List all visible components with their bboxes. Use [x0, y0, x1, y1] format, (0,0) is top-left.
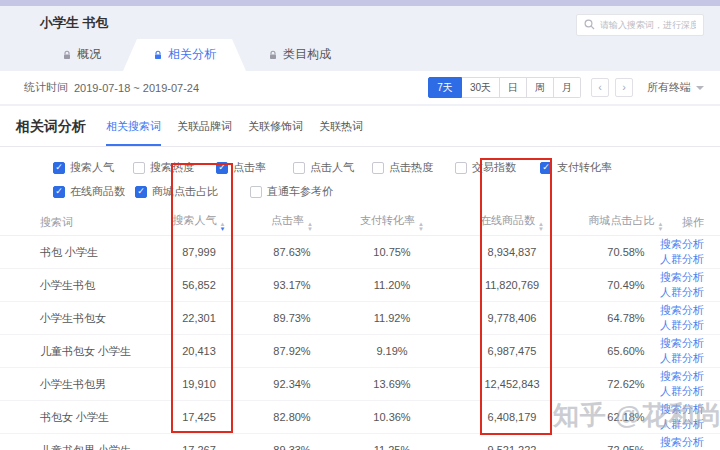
- table-row: 儿童书包男 小学生17,26789.33%11.25%9,521,22272.0…: [0, 434, 720, 450]
- table-row: 儿童书包女 小学生20,41387.92%9.19%6,987,47565.60…: [0, 335, 720, 368]
- range-button-3[interactable]: 周: [527, 77, 554, 98]
- metric-checkbox-item[interactable]: 直通车参考价: [250, 184, 704, 199]
- action-link-0[interactable]: 搜索分析: [660, 237, 704, 252]
- column-header-label: 商城点击占比: [589, 214, 655, 226]
- metric-checkbox-item[interactable]: ✓支付转化率: [540, 160, 704, 175]
- section-tab-3[interactable]: 关联热词: [319, 119, 363, 146]
- cell-mall_click_share: 70.49%: [582, 279, 670, 291]
- cell-search_popularity: 87,999: [156, 246, 242, 258]
- metric-filter-row-1: ✓搜索人气搜索热度✓点击率点击人气点击热度交易指数✓支付转化率: [53, 160, 704, 175]
- column-header-5[interactable]: 商城点击占比▲▼: [582, 213, 670, 232]
- column-header-3[interactable]: 支付转化率▲▼: [342, 213, 442, 232]
- action-link-0[interactable]: 搜索分析: [660, 336, 704, 351]
- metric-checkbox-item[interactable]: 点击热度: [372, 160, 455, 175]
- checkbox-icon[interactable]: [455, 162, 467, 174]
- action-link-1[interactable]: 人群分析: [660, 351, 704, 366]
- metric-checkbox-item[interactable]: 搜索热度: [133, 160, 216, 175]
- search-icon: [584, 16, 595, 34]
- toolbar: 统计时间 2019-07-18 ~ 2019-07-24 7天30天日周月 ‹ …: [0, 71, 720, 104]
- cell-mall_click_share: 62.18%: [582, 411, 670, 423]
- checkbox-icon[interactable]: ✓: [53, 186, 65, 198]
- sort-icon[interactable]: ▲▼: [538, 222, 544, 232]
- action-link-1[interactable]: 人群分析: [660, 252, 704, 267]
- metric-checkbox-label: 搜索人气: [70, 160, 114, 175]
- cell-ctr: 87.92%: [242, 345, 342, 357]
- range-button-2[interactable]: 日: [500, 77, 527, 98]
- prev-period-button[interactable]: ‹: [591, 78, 609, 97]
- sort-icon[interactable]: ▲▼: [307, 222, 313, 232]
- metric-checkbox-label: 交易指数: [472, 160, 516, 175]
- keyword-search-box[interactable]: [576, 14, 704, 36]
- action-link-1[interactable]: 人群分析: [660, 384, 704, 399]
- action-link-0[interactable]: 搜索分析: [660, 303, 704, 318]
- checkbox-icon[interactable]: [250, 186, 262, 198]
- sort-icon[interactable]: ▲▼: [220, 222, 226, 232]
- metric-checkbox-label: 直通车参考价: [267, 184, 333, 199]
- action-link-0[interactable]: 搜索分析: [660, 435, 704, 450]
- checkbox-icon[interactable]: ✓: [216, 162, 228, 174]
- section-tab-2[interactable]: 关联修饰词: [248, 119, 303, 146]
- date-range-buttons: 7天30天日周月: [428, 77, 581, 98]
- cell-mall_click_share: 64.78%: [582, 312, 670, 324]
- sort-icon[interactable]: ▲▼: [658, 222, 664, 232]
- action-link-0[interactable]: 搜索分析: [660, 270, 704, 285]
- checkbox-icon[interactable]: ✓: [135, 186, 147, 198]
- action-link-0[interactable]: 搜索分析: [660, 369, 704, 384]
- range-button-0[interactable]: 7天: [428, 77, 462, 98]
- main-panel: 相关词分析 相关搜索词关联品牌词关联修饰词关联热词 ✓搜索人气搜索热度✓点击率点…: [0, 106, 720, 450]
- column-header-label: 搜索人气: [173, 214, 217, 226]
- metric-checkbox-item[interactable]: 点击人气: [293, 160, 372, 175]
- cell-keyword: 小学生书包: [16, 278, 156, 293]
- section-tab-0[interactable]: 相关搜索词: [106, 119, 161, 146]
- metric-filter-row-2: ✓在线商品数✓商城点击占比直通车参考价: [53, 184, 704, 199]
- range-button-4[interactable]: 月: [554, 77, 581, 98]
- metric-checkbox-label: 支付转化率: [557, 160, 612, 175]
- sort-icon[interactable]: ▲▼: [418, 222, 424, 232]
- cell-keyword: 儿童书包女 小学生: [16, 344, 156, 359]
- header-tab-2[interactable]: 类目构成: [246, 39, 353, 71]
- action-link-0[interactable]: 搜索分析: [660, 402, 704, 417]
- table-row: 小学生书包56,85293.17%11.20%11,820,76970.49%搜…: [0, 269, 720, 302]
- header-tab-1[interactable]: 相关分析: [123, 39, 246, 71]
- action-link-1[interactable]: 人群分析: [660, 318, 704, 333]
- cell-ctr: 89.73%: [242, 312, 342, 324]
- table-row: 书包 小学生87,99987.63%10.75%8,934,83770.58%搜…: [0, 236, 720, 269]
- action-link-1[interactable]: 人群分析: [660, 417, 704, 432]
- metric-checkbox-item[interactable]: ✓商城点击占比: [135, 184, 250, 199]
- terminal-dropdown[interactable]: 所有终端: [647, 80, 704, 95]
- row-actions: 搜索分析人群分析: [670, 237, 704, 267]
- checkbox-icon[interactable]: ✓: [540, 162, 552, 174]
- checkbox-icon[interactable]: ✓: [53, 162, 65, 174]
- column-header-6: 操作: [670, 215, 704, 230]
- cell-search_popularity: 56,852: [156, 279, 242, 291]
- table-header: 搜索词搜索人气▲▼点击率▲▼支付转化率▲▼在线商品数▲▼商城点击占比▲▼操作: [0, 209, 720, 236]
- stat-time-label: 统计时间: [24, 80, 68, 95]
- checkbox-icon[interactable]: [293, 162, 305, 174]
- metric-checkbox-item[interactable]: 交易指数: [455, 160, 540, 175]
- section-tab-1[interactable]: 关联品牌词: [177, 119, 232, 146]
- column-header-1[interactable]: 搜索人气▲▼: [156, 213, 242, 232]
- next-period-button[interactable]: ›: [615, 78, 633, 97]
- metric-filters: ✓搜索人气搜索热度✓点击率点击人气点击热度交易指数✓支付转化率 ✓在线商品数✓商…: [0, 147, 720, 203]
- metric-checkbox-item[interactable]: ✓搜索人气: [53, 160, 133, 175]
- header-tab-0[interactable]: 概况: [40, 39, 123, 71]
- range-button-1[interactable]: 30天: [462, 77, 500, 98]
- cell-keyword: 书包 小学生: [16, 245, 156, 260]
- column-header-4[interactable]: 在线商品数▲▼: [442, 213, 582, 232]
- terminal-dropdown-label: 所有终端: [647, 80, 691, 95]
- metric-checkbox-label: 搜索热度: [150, 160, 194, 175]
- metric-checkbox-item[interactable]: ✓点击率: [216, 160, 293, 175]
- cell-online_products: 6,987,475: [442, 345, 582, 357]
- metric-checkbox-item[interactable]: ✓在线商品数: [53, 184, 135, 199]
- search-input[interactable]: [600, 20, 696, 30]
- cell-online_products: 6,408,179: [442, 411, 582, 423]
- checkbox-icon[interactable]: [133, 162, 145, 174]
- section-title: 相关词分析: [16, 118, 86, 146]
- lock-icon: [62, 50, 72, 60]
- table-row: 书包女 小学生17,42582.80%10.36%6,408,17962.18%…: [0, 401, 720, 434]
- checkbox-icon[interactable]: [372, 162, 384, 174]
- action-link-1[interactable]: 人群分析: [660, 285, 704, 300]
- header: 小学生 书包 概况相关分析类目构成: [0, 6, 720, 71]
- column-header-2[interactable]: 点击率▲▼: [242, 213, 342, 232]
- cell-search_popularity: 17,425: [156, 411, 242, 423]
